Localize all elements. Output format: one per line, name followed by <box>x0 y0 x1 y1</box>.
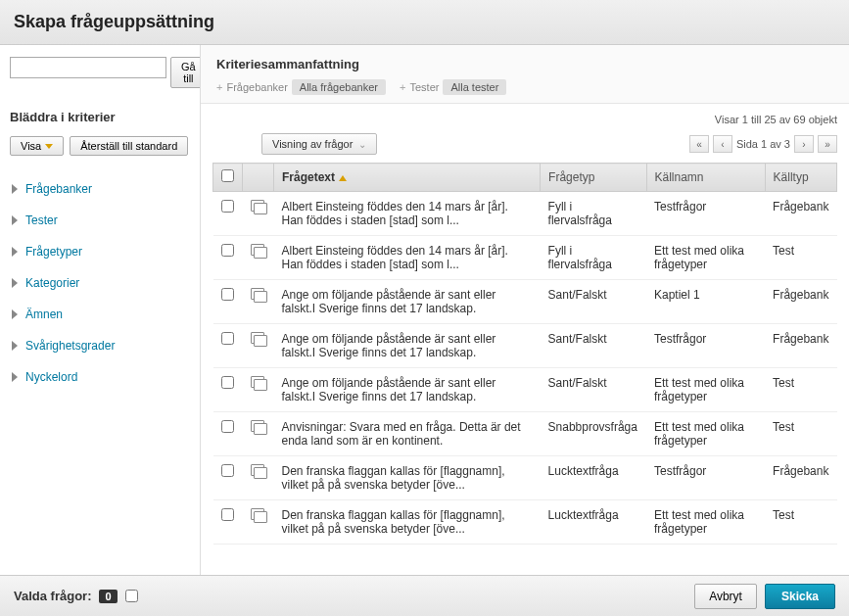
cell-question-text[interactable]: Albert Einsteing föddes den 14 mars år [… <box>274 236 541 280</box>
question-stack-icon[interactable] <box>251 288 266 302</box>
triangle-right-icon <box>12 278 18 288</box>
triangle-right-icon <box>12 247 18 257</box>
question-stack-icon[interactable] <box>251 332 266 346</box>
sidebar-item-label: Svårighetsgrader <box>25 339 115 353</box>
cell-question-type: Fyll i flervalsfråga <box>541 192 646 236</box>
table-row: Den franska flaggan kallas för [flaggnam… <box>213 500 837 545</box>
select-all-checkbox[interactable] <box>221 169 234 182</box>
pager: « ‹ Sida 1 av 3 › » <box>689 135 837 153</box>
cell-question-type: Lucktextfråga <box>541 456 646 500</box>
triangle-right-icon <box>12 215 18 225</box>
cell-question-text[interactable]: Ange om följande påstående är sant eller… <box>274 368 541 412</box>
page-prev-button[interactable]: ‹ <box>713 135 732 153</box>
question-stack-icon[interactable] <box>251 420 266 434</box>
question-stack-icon[interactable] <box>251 200 266 213</box>
cell-question-text[interactable]: Albert Einsteing föddes den 14 mars år [… <box>274 192 541 236</box>
col-question-type[interactable]: Frågetyp <box>541 164 646 192</box>
sidebar-item-label: Kategorier <box>25 276 79 290</box>
row-checkbox[interactable] <box>221 288 234 301</box>
table-row: Albert Einsteing föddes den 14 mars år [… <box>213 192 837 236</box>
chip-all-tests[interactable]: Alla tester <box>443 79 506 95</box>
selected-toggle-checkbox[interactable] <box>125 590 138 602</box>
col-label: Frågetext <box>282 170 335 184</box>
page-next-button[interactable]: › <box>794 135 814 153</box>
go-button[interactable]: Gå till <box>170 57 201 88</box>
search-input[interactable] <box>10 57 166 78</box>
cell-source-type: Test <box>765 368 836 412</box>
sidebar-item-label: Frågetyper <box>25 245 82 259</box>
sidebar-item-amnen[interactable]: Ämnen <box>10 299 190 330</box>
summary-bank-label: Frågebanker <box>226 81 287 93</box>
cell-source-type: Frågebank <box>765 192 836 236</box>
cell-question-text[interactable]: Den franska flaggan kallas för [flaggnam… <box>274 456 541 500</box>
sidebar-item-tester[interactable]: Tester <box>10 205 190 236</box>
row-checkbox[interactable] <box>221 420 234 433</box>
table-row: Ange om följande påstående är sant eller… <box>213 324 837 368</box>
triangle-right-icon <box>12 341 18 351</box>
summary-heading: Kriteriesammanfattning <box>216 57 833 71</box>
cell-question-text[interactable]: Ange om följande påstående är sant eller… <box>274 280 541 324</box>
cell-source-type: Frågebank <box>765 280 836 324</box>
content: Kriteriesammanfattning + Frågebanker All… <box>201 45 849 575</box>
show-button[interactable]: Visa <box>10 136 64 156</box>
question-stack-icon[interactable] <box>251 508 266 522</box>
caret-down-icon <box>45 144 53 149</box>
cell-source-type: Frågebank <box>765 456 836 500</box>
sidebar: Gå till Bläddra i kriterier Visa Återstä… <box>0 45 201 575</box>
col-source-name[interactable]: Källnamn <box>646 164 765 192</box>
criteria-summary: Kriteriesammanfattning + Frågebanker All… <box>201 45 849 104</box>
sidebar-item-svarighetsgrader[interactable]: Svårighetsgrader <box>10 330 190 361</box>
cell-source-name: Testfrågor <box>646 324 765 368</box>
show-button-label: Visa <box>21 140 41 152</box>
row-checkbox[interactable] <box>221 464 234 477</box>
sidebar-item-fragetyper[interactable]: Frågetyper <box>10 236 190 267</box>
row-checkbox[interactable] <box>221 508 234 521</box>
cell-question-type: Sant/Falskt <box>541 280 646 324</box>
plus-icon: + <box>216 81 222 93</box>
cell-question-text[interactable]: Ange om följande påstående är sant eller… <box>274 324 541 368</box>
chip-all-banks[interactable]: Alla frågebanker <box>292 79 386 95</box>
selected-count: 0 <box>99 590 117 603</box>
cell-source-type: Frågebank <box>765 324 836 368</box>
summary-row: + Frågebanker Alla frågebanker + Tester … <box>216 79 833 95</box>
submit-button[interactable]: Skicka <box>765 584 835 609</box>
row-checkbox[interactable] <box>221 332 234 345</box>
col-select-all <box>213 164 243 192</box>
sidebar-item-label: Frågebanker <box>25 182 92 196</box>
cell-question-type: Snabbprovsfråga <box>541 412 646 456</box>
question-stack-icon[interactable] <box>251 376 266 390</box>
cell-source-name: Ett test med olika frågetyper <box>646 368 765 412</box>
row-checkbox[interactable] <box>221 244 234 257</box>
cell-source-name: Testfrågor <box>646 456 765 500</box>
page-first-button[interactable]: « <box>689 135 709 153</box>
sidebar-item-fragebanker[interactable]: Frågebanker <box>10 173 190 205</box>
sidebar-item-kategorier[interactable]: Kategorier <box>10 267 190 299</box>
reset-button[interactable]: Återställ till standard <box>70 136 188 156</box>
cell-question-type: Lucktextfråga <box>541 500 646 545</box>
question-stack-icon[interactable] <box>251 464 266 478</box>
cell-source-name: Ett test med olika frågetyper <box>646 500 765 545</box>
table-row: Anvisningar: Svara med en fråga. Detta ä… <box>213 412 837 456</box>
footer-buttons: Avbryt Skicka <box>694 584 835 609</box>
table-row: Ange om följande påstående är sant eller… <box>213 368 837 412</box>
page-indicator: Sida 1 av 3 <box>736 138 790 150</box>
sidebar-buttons: Visa Återställ till standard <box>10 136 190 156</box>
cell-question-text[interactable]: Den franska flaggan kallas för [flaggnam… <box>274 500 541 545</box>
col-question-text[interactable]: Frågetext <box>274 164 541 192</box>
criteria-list: Frågebanker Tester Frågetyper Kategorier… <box>10 173 190 393</box>
view-mode-label: Visning av frågor <box>272 138 353 150</box>
page-last-button[interactable]: » <box>818 135 837 153</box>
cancel-button[interactable]: Avbryt <box>694 584 757 609</box>
questions-table: Frågetext Frågetyp Källnamn Källtyp Albe… <box>212 163 837 545</box>
cell-source-type: Test <box>765 412 836 456</box>
cell-source-name: Testfrågor <box>646 192 765 236</box>
row-checkbox[interactable] <box>221 376 234 389</box>
view-mode-button[interactable]: Visning av frågor ⌄ <box>261 133 377 155</box>
cell-question-text[interactable]: Anvisningar: Svara med en fråga. Detta ä… <box>274 412 541 456</box>
row-checkbox[interactable] <box>221 200 234 213</box>
sidebar-item-nyckelord[interactable]: Nyckelord <box>10 361 190 393</box>
question-stack-icon[interactable] <box>251 244 266 258</box>
col-source-type[interactable]: Källtyp <box>765 164 836 192</box>
triangle-right-icon <box>12 372 18 382</box>
sidebar-item-label: Tester <box>25 213 58 227</box>
